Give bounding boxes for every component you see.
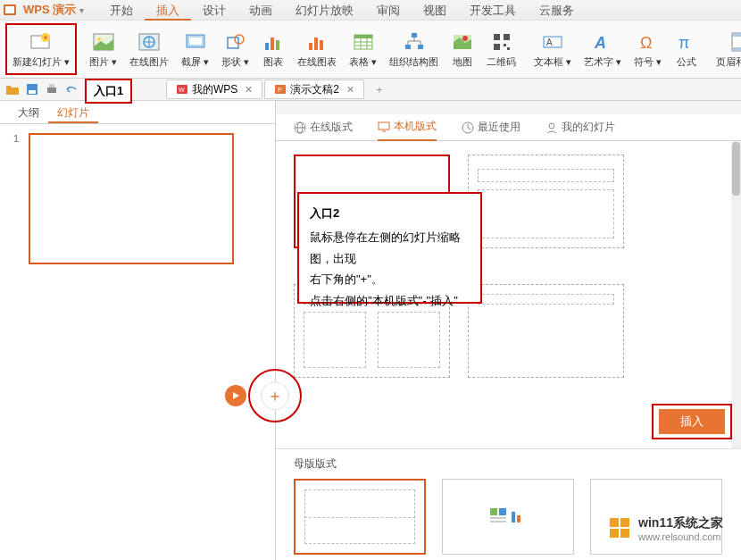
tab-outline[interactable]: 大纲: [9, 101, 48, 123]
doc-tab-mywps[interactable]: W 我的WPS ✕: [166, 79, 262, 99]
svg-rect-15: [309, 43, 312, 50]
shape-icon: [224, 30, 247, 54]
left-panel: 大纲 幻灯片 1 ＋: [0, 101, 276, 560]
header-footer-button[interactable]: 页眉和页脚: [711, 23, 742, 75]
qrcode-button[interactable]: 二维码: [481, 23, 521, 75]
wordart-icon: A: [591, 30, 614, 54]
add-tab-button[interactable]: ＋: [371, 81, 387, 97]
svg-rect-65: [512, 512, 515, 522]
globe-icon: [294, 121, 306, 134]
svg-rect-12: [265, 43, 269, 50]
tab-insert[interactable]: 插入: [145, 0, 191, 21]
textbox-button[interactable]: A 文本框 ▾: [529, 23, 577, 75]
layout-item[interactable]: [468, 284, 624, 378]
chart-icon: [262, 30, 285, 54]
close-icon[interactable]: ✕: [245, 84, 253, 96]
slide-list: 1: [0, 124, 275, 273]
tmpl-tab-online[interactable]: 在线版式: [294, 114, 353, 140]
chart-button[interactable]: 图表: [256, 23, 290, 75]
screenshot-button[interactable]: 截屏 ▾: [176, 23, 214, 75]
print-icon[interactable]: [45, 82, 59, 96]
tab-slideshow[interactable]: 幻灯片放映: [284, 0, 365, 21]
layout-item[interactable]: [468, 155, 624, 248]
svg-rect-9: [189, 38, 202, 45]
svg-rect-26: [418, 45, 423, 49]
play-button[interactable]: [225, 385, 246, 406]
svg-rect-62: [499, 508, 506, 515]
new-slide-button[interactable]: 新建幻灯片 ▾: [5, 23, 77, 75]
floating-buttons: ＋: [225, 369, 302, 422]
textbox-icon: A: [541, 30, 564, 54]
qrcode-icon: [490, 30, 513, 54]
slide-number: 1: [13, 133, 19, 144]
tab-cloud[interactable]: 云服务: [528, 0, 586, 21]
online-image-icon: [137, 30, 161, 54]
slide-thumbnail[interactable]: [29, 133, 234, 264]
map-icon: [451, 30, 474, 54]
clock-icon: [462, 121, 474, 134]
table-button[interactable]: 表格 ▾: [344, 23, 382, 75]
tab-view[interactable]: 视图: [412, 0, 458, 21]
person-icon: [545, 121, 558, 134]
online-chart-icon: [305, 30, 329, 54]
tab-slides[interactable]: 幻灯片: [48, 101, 98, 123]
save-icon[interactable]: [25, 82, 39, 96]
close-icon[interactable]: ✕: [346, 84, 354, 96]
screenshot-icon: [184, 30, 207, 54]
svg-rect-67: [610, 518, 619, 527]
tooltip-title: 入口2: [310, 203, 470, 223]
watermark-title: win11系统之家: [638, 515, 723, 531]
tab-animation[interactable]: 动画: [237, 0, 284, 21]
annotation-entry1: 入口1: [85, 79, 132, 104]
insert-button[interactable]: 插入: [659, 409, 725, 434]
symbol-button[interactable]: Ω 符号 ▾: [629, 23, 667, 75]
wordart-button[interactable]: A 艺术字 ▾: [579, 23, 627, 75]
online-image-button[interactable]: 在线图片: [124, 23, 174, 75]
play-icon: [231, 391, 240, 400]
template-tabs: 在线版式 本机版式 最近使用 我的幻灯片: [276, 114, 741, 141]
svg-rect-68: [620, 518, 629, 527]
monitor-icon: [378, 121, 390, 133]
master-section: 母版版式: [276, 448, 741, 560]
symbol-icon: Ω: [637, 30, 660, 54]
watermark-logo-icon: [608, 516, 633, 541]
svg-rect-64: [490, 521, 506, 522]
svg-rect-70: [620, 529, 629, 538]
tab-design[interactable]: 设计: [191, 0, 237, 21]
svg-rect-14: [276, 40, 279, 50]
tab-start[interactable]: 开始: [98, 0, 145, 21]
svg-rect-45: [732, 47, 741, 51]
menu-tabs: 开始 插入 设计 动画 幻灯片放映 审阅 视图 开发工具 云服务: [0, 0, 586, 21]
map-button[interactable]: 地图: [445, 23, 479, 75]
svg-text:A: A: [546, 38, 553, 47]
image-button[interactable]: 图片 ▾: [84, 23, 122, 75]
online-chart-button[interactable]: 在线图表: [292, 23, 342, 75]
orgchart-button[interactable]: 组织结构图: [384, 23, 444, 75]
shape-button[interactable]: 形状 ▾: [216, 23, 254, 75]
tmpl-tab-myslides[interactable]: 我的幻灯片: [545, 114, 615, 140]
tmpl-tab-local[interactable]: 本机版式: [378, 113, 437, 141]
undo-icon[interactable]: [64, 82, 79, 96]
add-slide-button[interactable]: ＋: [261, 381, 289, 410]
watermark-url: www.relsound.com: [638, 531, 723, 542]
svg-point-5: [97, 38, 101, 41]
master-item[interactable]: [442, 479, 574, 555]
svg-rect-37: [507, 47, 510, 50]
tab-devtools[interactable]: 开发工具: [458, 0, 528, 21]
insert-button-highlight: 插入: [652, 404, 732, 439]
svg-rect-49: [49, 84, 54, 88]
presentation-icon: P: [274, 83, 287, 96]
open-icon[interactable]: [5, 82, 20, 96]
master-item[interactable]: [294, 479, 426, 555]
scrollbar-thumb[interactable]: [732, 142, 740, 196]
scrollbar[interactable]: [731, 141, 741, 448]
table-icon: [352, 30, 375, 54]
svg-rect-36: [504, 44, 506, 46]
svg-rect-13: [271, 38, 274, 50]
doc-tab-presentation[interactable]: P 演示文稿2 ✕: [264, 79, 364, 99]
tab-review[interactable]: 审阅: [365, 0, 412, 21]
svg-rect-63: [490, 517, 506, 519]
tmpl-tab-recent[interactable]: 最近使用: [462, 114, 520, 140]
formula-button[interactable]: π 公式: [670, 23, 704, 75]
svg-text:Ω: Ω: [640, 34, 652, 52]
